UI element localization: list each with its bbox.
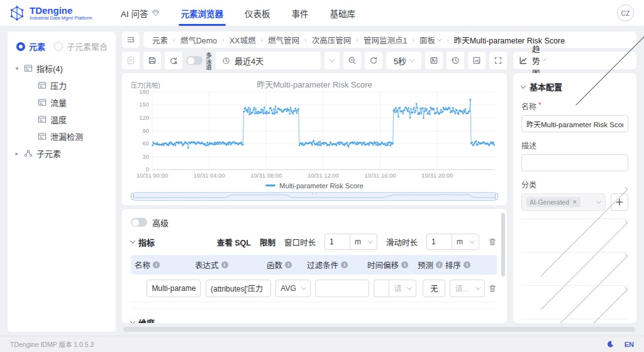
breadcrumb-item-3[interactable]: 燃气管网 [268,34,299,46]
breadcrumb-separator: › [412,36,414,43]
metric-row-delete-icon[interactable] [488,284,497,293]
breadcrumb-item-0[interactable]: 元素 [152,34,168,46]
nav-item-1[interactable]: 元素浏览器 [181,0,224,26]
tree-item-4[interactable]: 泄漏检测 [14,128,109,145]
time-range-select[interactable]: 最近4天 [216,52,321,69]
zoom-out-button[interactable] [343,52,361,69]
info-icon[interactable]: i [436,261,443,268]
mode-radio-1[interactable]: 子元素聚合 [54,40,108,52]
user-avatar[interactable]: CZ [617,4,634,21]
breadcrumb-separator: › [356,36,358,43]
column-header-label: 时间偏移 [367,259,399,271]
info-icon[interactable]: i [221,261,228,268]
metric-delete-icon[interactable] [488,237,497,246]
tree-item-5[interactable]: ▸子元素 [14,145,109,162]
column-header-label: 函数 [267,259,282,271]
advanced-toggle[interactable] [131,218,147,227]
info-icon[interactable]: i [464,261,470,268]
nav-item-4[interactable]: 基础库 [330,0,356,26]
sidebar-collapse-button[interactable] [122,31,140,48]
tree-item-label: 泄漏检测 [50,130,83,142]
tree-item-1[interactable]: 压力 [14,77,109,94]
breadcrumb-separator: › [222,36,225,43]
radio-dot-icon [54,42,63,51]
metric-offset-unit-select[interactable]: 请 [389,280,416,297]
clear-icon [169,56,178,65]
language-toggle[interactable]: EN [625,341,634,348]
dimension-collapse-icon[interactable] [130,319,135,323]
window-duration-input[interactable] [325,234,350,250]
metric-function-select[interactable]: AVG [275,280,311,297]
panel-section-header-3[interactable]: 图例 [521,319,628,323]
column-header-label: 过滤条件 [307,259,338,271]
metric-icon [38,81,47,89]
multi-lane-toggle[interactable] [186,56,203,65]
breadcrumb-item-4[interactable]: 次高压管网 [312,34,352,46]
dark-mode-icon[interactable] [606,340,614,348]
toolbar-button-history[interactable] [447,52,464,69]
app-header: TDengine Industrial Data Mgmt Platform A… [0,0,644,26]
chart-legend[interactable]: Multi-parameter Risk Score [131,181,498,190]
breadcrumb-item-label: 昨天Multi-parameter Risk Score [454,34,565,46]
nav-item-0[interactable]: AI 问答 [121,0,160,26]
info-icon[interactable]: i [285,261,292,268]
nav-item-label: AI 问答 [121,7,148,20]
category-select[interactable]: AI-Generated✕ [521,193,606,211]
breadcrumb-item-6[interactable]: 面板 [419,34,441,46]
tree-item-3[interactable]: 温度 [14,111,109,128]
nav-item-2[interactable]: 仪表板 [245,0,270,26]
dimension-section-title: 维度 [138,317,155,324]
info-icon[interactable]: i [341,261,348,268]
time-range-dropdown-button[interactable] [325,52,340,69]
breadcrumb-item-1[interactable]: 燃气Demo [180,34,217,46]
horizontal-scrollbar[interactable] [122,327,636,332]
trend-chart[interactable]: 030609012015018010/31 00:0010/31 04:0010… [131,89,498,181]
multi-lane-label: 多泳道 [205,52,212,76]
refresh-button[interactable] [365,52,382,69]
chart-type-select[interactable]: 趋势图 [513,52,636,69]
tree-item-0[interactable]: ▾指标(4) [14,60,109,77]
metric-forecast-select[interactable]: 无 [423,280,445,297]
export-image-icon [430,56,438,65]
breadcrumb-item-7: 昨天Multi-parameter Risk Score [454,34,565,46]
metric-filter-input[interactable] [315,280,369,297]
toolbar-button-clear[interactable] [165,52,182,69]
description-field-input[interactable] [521,154,628,171]
window-duration-unit-select[interactable]: m [350,234,377,250]
metric-collapse-icon[interactable] [130,238,135,243]
app-logo[interactable]: TDengine Industrial Data Mgmt Platform [9,5,121,21]
metric-expression-input[interactable] [206,280,271,297]
panel-section-header-0[interactable]: 图形配置 [521,219,628,244]
info-icon[interactable]: i [153,261,160,268]
metric-name-input[interactable] [147,280,201,297]
tag-remove-icon[interactable]: ✕ [572,199,577,205]
tree-item-label: 流量 [50,96,67,108]
metric-offset-input[interactable] [374,280,389,297]
legend-label: Multi-parameter Risk Score [279,182,363,190]
info-icon[interactable]: i [401,261,408,268]
metric-sort-select[interactable]: 请... [450,280,485,297]
mode-radio-0[interactable]: 元素 [16,40,45,52]
limit-button[interactable]: 限制 [260,236,275,248]
tree-caret-icon[interactable]: ▸ [14,150,20,157]
breadcrumb-item-2[interactable]: XX城燃 [230,34,256,46]
slide-duration-unit-select[interactable]: m [452,234,479,250]
tree-item-2[interactable]: 流量 [14,94,109,111]
chart-datazoom-brush[interactable] [131,191,498,202]
view-sql-button[interactable]: 查看 SQL [217,236,251,248]
element-mode-radios: 元素子元素聚合 [14,39,109,60]
history-icon [451,56,460,65]
metric-icon [24,64,33,72]
vertical-scrollbar[interactable] [501,213,505,276]
breadcrumb-item-5[interactable]: 管网监测点1 [364,34,407,46]
basic-config-header[interactable]: 基本配置 [521,81,628,93]
tree-caret-icon[interactable]: ▾ [14,65,20,72]
toolbar-button-export-image[interactable] [425,52,443,69]
toolbar-button-chart-edit[interactable] [468,52,486,69]
refresh-interval-select[interactable]: 5秒 [386,52,421,69]
toolbar-button-fullscreen[interactable] [489,52,507,69]
toolbar-button-save[interactable] [143,52,161,69]
name-field-input[interactable] [521,115,628,132]
slide-duration-input[interactable] [426,234,452,250]
nav-item-3[interactable]: 事件 [292,0,309,26]
